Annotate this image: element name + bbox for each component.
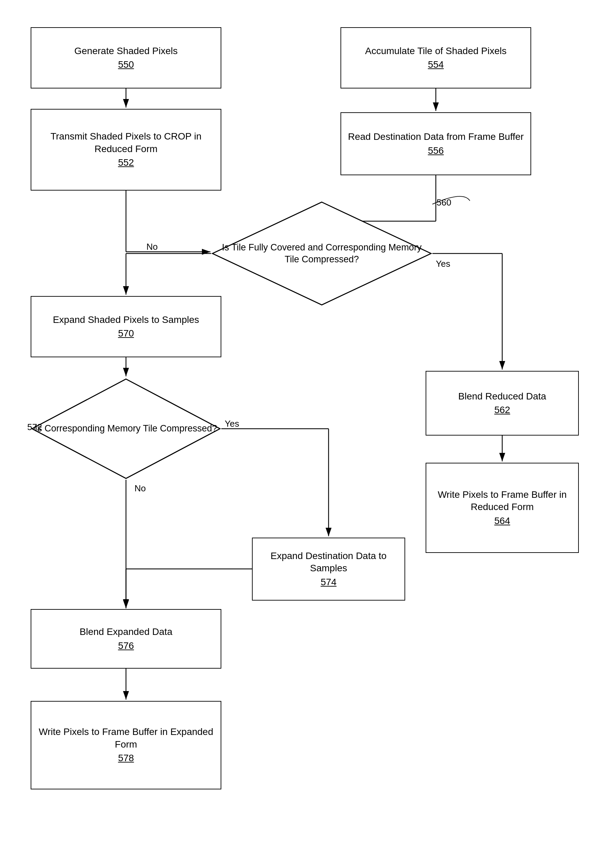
- box-552-label: Transmit Shaded Pixels to CROP in Reduce…: [35, 130, 217, 155]
- box-570: Expand Shaded Pixels to Samples 570: [31, 296, 221, 357]
- box-576-num: 576: [118, 640, 134, 652]
- box-574: Expand Destination Data to Samples 574: [252, 538, 405, 601]
- box-564: Write Pixels to Frame Buffer in Reduced …: [425, 463, 579, 553]
- box-578: Write Pixels to Frame Buffer in Expanded…: [31, 701, 221, 789]
- box-562-label: Blend Reduced Data: [458, 390, 546, 402]
- box-564-num: 564: [495, 515, 510, 527]
- box-576-label: Blend Expanded Data: [80, 626, 172, 638]
- box-564-label: Write Pixels to Frame Buffer in Reduced …: [430, 489, 575, 513]
- box-554-label: Accumulate Tile of Shaded Pixels: [365, 45, 507, 57]
- box-576: Blend Expanded Data 576: [31, 609, 221, 669]
- diamond-560: Is Tile Fully Covered and Corresponding …: [211, 201, 433, 306]
- diamond-560-text: Is Tile Fully Covered and Corresponding …: [211, 238, 433, 269]
- label-yes1: Yes: [436, 259, 450, 269]
- box-570-label: Expand Shaded Pixels to Samples: [53, 314, 199, 326]
- box-552: Transmit Shaded Pixels to CROP in Reduce…: [31, 109, 221, 191]
- box-578-num: 578: [118, 752, 134, 764]
- box-554: Accumulate Tile of Shaded Pixels 554: [340, 27, 531, 88]
- label-no2: No: [135, 483, 146, 494]
- box-574-num: 574: [321, 576, 337, 588]
- box-570-num: 570: [118, 327, 134, 339]
- label-yes2: Yes: [225, 418, 239, 429]
- box-554-num: 554: [428, 59, 444, 71]
- box-556-num: 556: [428, 145, 444, 157]
- box-550-num: 550: [118, 59, 134, 71]
- label-no1: No: [147, 242, 158, 252]
- box-550: Generate Shaded Pixels 550: [31, 27, 221, 88]
- box-562-num: 562: [495, 404, 510, 416]
- box-550-label: Generate Shaded Pixels: [74, 45, 178, 57]
- box-562: Blend Reduced Data 562: [425, 371, 579, 436]
- box-574-label: Expand Destination Data to Samples: [256, 550, 401, 575]
- box-578-label: Write Pixels to Frame Buffer in Expanded…: [35, 726, 217, 751]
- diamond-572-text: Is Corresponding Memory Tile Compressed?: [31, 419, 221, 438]
- label-560: 560: [436, 197, 451, 208]
- box-556: Read Destination Data from Frame Buffer …: [340, 112, 531, 175]
- box-556-label: Read Destination Data from Frame Buffer: [348, 131, 524, 143]
- diamond-572: Is Corresponding Memory Tile Compressed?: [31, 378, 221, 480]
- box-552-num: 552: [118, 157, 134, 169]
